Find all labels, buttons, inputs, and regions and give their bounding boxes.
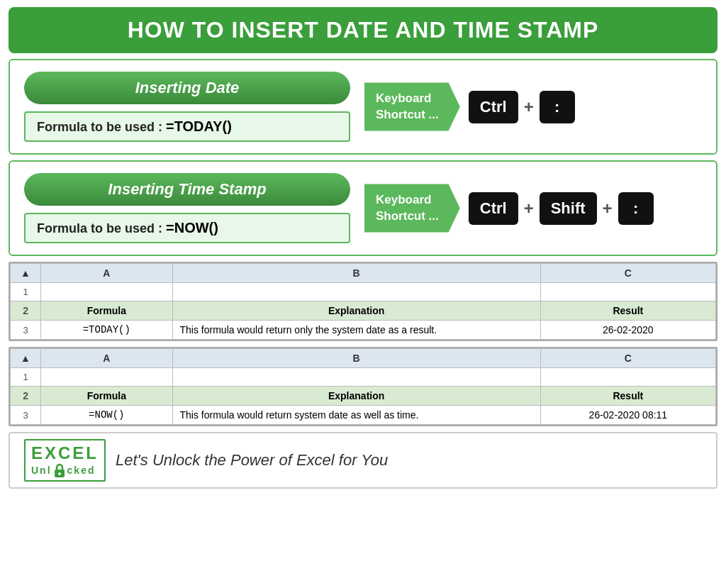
row1-b bbox=[172, 283, 540, 301]
section-inserting-time: Inserting Time Stamp Formula to be used … bbox=[9, 160, 717, 256]
col-c-header: C bbox=[540, 264, 715, 283]
section-date-formula-box: Formula to be used : =TODAY() bbox=[24, 111, 350, 142]
plus-sign-3: + bbox=[603, 199, 613, 218]
table-today: ▲ A B C 1 2 Formula Explanation Resul bbox=[10, 263, 716, 340]
plus-sign-2: + bbox=[524, 199, 534, 218]
row3-formula-cell: =TODAY() bbox=[41, 321, 172, 340]
keyboard-label-text-date: KeyboardShortcut ... bbox=[376, 91, 439, 122]
logo-wrapper: EXCEL Unl cked bbox=[24, 439, 106, 482]
key-shift-time: Shift bbox=[540, 192, 597, 225]
row3-formula-cell2: =NOW() bbox=[41, 406, 172, 425]
lock-icon bbox=[53, 463, 66, 477]
spreadsheet-today: ▲ A B C 1 2 Formula Explanation Resul bbox=[9, 262, 717, 341]
row1-a2 bbox=[41, 368, 172, 387]
section-date-right: KeyboardShortcut ... Ctrl + : bbox=[364, 82, 702, 131]
col-b-header2: B bbox=[172, 349, 540, 368]
row2-formula-header2: Formula bbox=[41, 387, 172, 406]
table-now-header: ▲ A B C bbox=[11, 349, 716, 368]
section-time-title: Inserting Time Stamp bbox=[108, 180, 266, 198]
section-time-formula-label: Formula to be used : bbox=[37, 221, 166, 235]
key-ctrl-date: Ctrl bbox=[469, 91, 518, 123]
col-b-header: B bbox=[172, 264, 540, 283]
keys-row-time: Ctrl + Shift + : bbox=[469, 192, 654, 225]
logo-box: EXCEL Unl cked bbox=[24, 439, 106, 482]
table-now-row1: 1 bbox=[11, 368, 716, 387]
logo-excel-word: EXCEL bbox=[31, 443, 99, 463]
table-now-row3: 3 =NOW() This formula would return syste… bbox=[11, 406, 716, 425]
row3-num2: 3 bbox=[11, 406, 41, 425]
section-date-formula-label: Formula to be used : bbox=[37, 120, 166, 134]
section-date-title: Inserting Date bbox=[135, 79, 240, 96]
row1-a bbox=[41, 283, 172, 301]
row1-c2 bbox=[540, 368, 715, 387]
col-c-header2: C bbox=[540, 349, 715, 368]
col-a-header2: A bbox=[41, 349, 172, 368]
key-colon-date: : bbox=[540, 91, 575, 123]
section-date-title-btn: Inserting Date bbox=[24, 72, 350, 104]
section-inserting-date: Inserting Date Formula to be used : =TOD… bbox=[9, 59, 717, 155]
section-time-right: KeyboardShortcut ... Ctrl + Shift + : bbox=[364, 184, 702, 232]
logo-unlocked-text: Unl cked bbox=[31, 463, 99, 477]
plus-sign-1: + bbox=[524, 97, 534, 117]
footer-tagline: Let's Unlock the Power of Excel for You bbox=[116, 451, 388, 470]
keyboard-label-text-time: KeyboardShortcut ... bbox=[376, 192, 439, 223]
logo-excel-text: EXCEL Unl cked bbox=[31, 443, 99, 477]
col-rownum-header2: ▲ bbox=[11, 349, 41, 368]
row1-b2 bbox=[172, 368, 540, 387]
table-today-row1: 1 bbox=[11, 283, 716, 301]
keys-row-date: Ctrl + : bbox=[469, 91, 575, 123]
keyboard-shortcut-label-time: KeyboardShortcut ... bbox=[364, 184, 460, 232]
row2-explanation-header2: Explanation bbox=[172, 387, 540, 406]
key-colon-label: : bbox=[554, 98, 559, 116]
footer-tagline-text: Let's Unlock the Power of Excel for You bbox=[116, 451, 388, 469]
section-time-title-btn: Inserting Time Stamp bbox=[24, 173, 350, 206]
table-today-row3: 3 =TODAY() This formula would return onl… bbox=[11, 321, 716, 340]
row3-result-cell: 26-02-2020 bbox=[540, 321, 715, 340]
section-date-left: Inserting Date Formula to be used : =TOD… bbox=[24, 72, 350, 142]
section-date-formula: =TODAY() bbox=[166, 118, 232, 134]
row2-result-header: Result bbox=[540, 301, 715, 321]
table-now-row2: 2 Formula Explanation Result bbox=[11, 387, 716, 406]
spreadsheet-now: ▲ A B C 1 2 Formula Explanation Resul bbox=[9, 347, 717, 426]
row1-num: 1 bbox=[11, 283, 41, 301]
row2-explanation-header: Explanation bbox=[172, 301, 540, 321]
row2-num: 2 bbox=[11, 301, 41, 321]
table-today-row2: 2 Formula Explanation Result bbox=[11, 301, 716, 321]
title-bar: HOW TO INSERT DATE AND TIME STAMP bbox=[9, 7, 717, 53]
row3-explanation-cell: This formula would return only the syste… bbox=[172, 321, 540, 340]
col-a-header: A bbox=[41, 264, 172, 283]
section-time-formula-box: Formula to be used : =NOW() bbox=[24, 213, 350, 243]
unl-text: Unl bbox=[31, 465, 52, 476]
key-colon-time-label: : bbox=[633, 199, 638, 217]
key-ctrl-time: Ctrl bbox=[469, 192, 518, 225]
svg-point-1 bbox=[58, 472, 61, 475]
row1-c bbox=[540, 283, 715, 301]
row2-num2: 2 bbox=[11, 387, 41, 406]
row3-num: 3 bbox=[11, 321, 41, 340]
key-ctrl-time-label: Ctrl bbox=[480, 199, 507, 217]
keyboard-shortcut-label-date: KeyboardShortcut ... bbox=[364, 82, 460, 131]
col-rownum-header: ▲ bbox=[11, 264, 41, 283]
row3-result-cell2: 26-02-2020 08:11 bbox=[540, 406, 715, 425]
row2-result-header2: Result bbox=[540, 387, 715, 406]
row2-formula-header: Formula bbox=[41, 301, 172, 321]
key-shift-label: Shift bbox=[551, 199, 586, 217]
key-colon-time: : bbox=[618, 192, 654, 225]
row3-explanation-cell2: This formula would return system date as… bbox=[172, 406, 540, 425]
footer: EXCEL Unl cked Let's Unlock the Power of… bbox=[9, 432, 717, 489]
table-today-header: ▲ A B C bbox=[11, 264, 716, 283]
page-title: HOW TO INSERT DATE AND TIME STAMP bbox=[23, 17, 703, 43]
row1-num2: 1 bbox=[11, 368, 41, 387]
cked-text: cked bbox=[67, 465, 96, 476]
section-time-left: Inserting Time Stamp Formula to be used … bbox=[24, 173, 350, 243]
table-now: ▲ A B C 1 2 Formula Explanation Resul bbox=[10, 348, 716, 425]
section-time-formula: =NOW() bbox=[166, 220, 218, 235]
key-ctrl-label: Ctrl bbox=[480, 98, 507, 116]
